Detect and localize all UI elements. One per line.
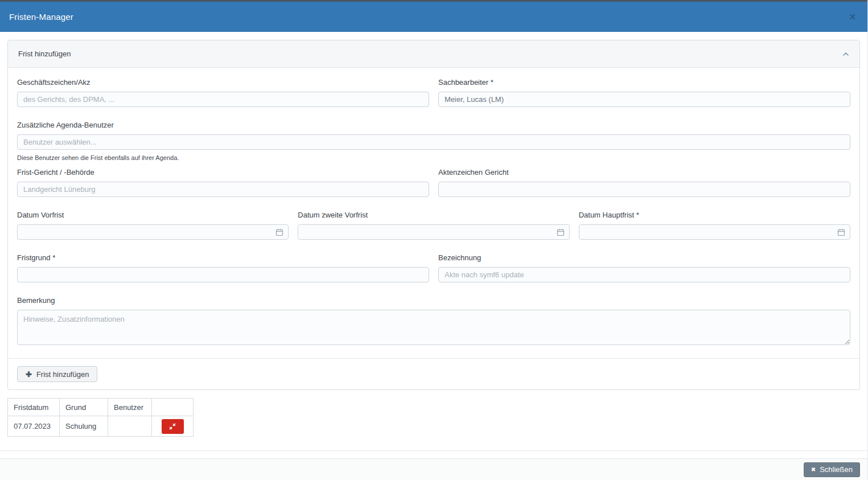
field-fristgrund: Fristgrund * bbox=[17, 253, 429, 282]
dialog-body: Frist hinzufügen Geschäftszeichen/Akz Sa… bbox=[0, 32, 867, 437]
form-row-2: Zusätzliche Agenda-Benutzer bbox=[17, 121, 850, 150]
close-dialog-button-label: Schließen bbox=[820, 465, 853, 474]
add-frist-button[interactable]: ✚ Frist hinzufügen bbox=[17, 366, 97, 382]
form-row-6: Bemerkung bbox=[17, 296, 850, 347]
form-row-dates: Datum Vorfrist Datum zweite Vorfrist bbox=[17, 211, 850, 240]
field-geschaeftszeichen: Geschäftszeichen/Akz bbox=[17, 78, 429, 107]
header-grund: Grund bbox=[60, 399, 108, 416]
field-datum-vorfrist: Datum Vorfrist bbox=[17, 211, 289, 240]
aktenzeichen-gericht-input[interactable] bbox=[438, 182, 850, 197]
close-icon[interactable]: ✕ bbox=[846, 10, 858, 23]
cell-fristdatum: 07.07.2023 bbox=[8, 416, 60, 437]
plus-icon: ✚ bbox=[26, 370, 32, 379]
fristen-table: Fristdatum Grund Benutzer 07.07.2023 Sch… bbox=[7, 398, 194, 437]
frist-panel-body: Geschäftszeichen/Akz Sachbearbeiter * Zu… bbox=[8, 68, 859, 358]
geschaeftszeichen-input[interactable] bbox=[17, 92, 429, 107]
frist-panel-title: Frist hinzufügen bbox=[18, 50, 71, 58]
footer-divider bbox=[0, 450, 867, 451]
fristgrund-label: Fristgrund * bbox=[17, 253, 429, 262]
datum-zweite-vorfrist-label: Datum zweite Vorfrist bbox=[298, 211, 569, 219]
form-row-5: Fristgrund * Bezeichnung bbox=[17, 253, 850, 282]
cell-grund: Schulung bbox=[60, 416, 108, 437]
datum-zweite-vorfrist-input[interactable] bbox=[298, 224, 569, 240]
table-header-row: Fristdatum Grund Benutzer bbox=[8, 399, 194, 416]
delete-frist-button[interactable] bbox=[162, 419, 184, 434]
bemerkung-textarea[interactable] bbox=[17, 310, 850, 345]
fristgrund-input[interactable] bbox=[17, 267, 429, 282]
dialog-header: Fristen-Manager ✕ bbox=[0, 0, 867, 32]
aktenzeichen-gericht-label: Aktenzeichen Gericht bbox=[438, 168, 850, 177]
frist-panel: Frist hinzufügen Geschäftszeichen/Akz Sa… bbox=[7, 40, 860, 390]
field-bemerkung: Bemerkung bbox=[17, 296, 850, 347]
frist-gericht-label: Frist-Gericht / -Behörde bbox=[17, 168, 429, 177]
field-datum-zweite-vorfrist: Datum zweite Vorfrist bbox=[298, 211, 569, 240]
field-sachbearbeiter: Sachbearbeiter * bbox=[438, 78, 850, 107]
frist-panel-footer: ✚ Frist hinzufügen bbox=[8, 358, 859, 389]
dialog-title: Fristen-Manager bbox=[9, 12, 73, 22]
datum-hauptfrist-label: Datum Hauptfrist * bbox=[579, 211, 850, 219]
field-frist-gericht: Frist-Gericht / -Behörde bbox=[17, 168, 429, 197]
unlink-icon bbox=[168, 422, 176, 430]
bezeichnung-label: Bezeichnung bbox=[438, 253, 850, 262]
agenda-benutzer-input[interactable] bbox=[17, 134, 850, 150]
geschaeftszeichen-label: Geschäftszeichen/Akz bbox=[17, 78, 429, 87]
bemerkung-label: Bemerkung bbox=[17, 296, 850, 305]
dialog-footer: ✖ Schließen bbox=[0, 458, 867, 480]
close-x-icon: ✖ bbox=[811, 466, 816, 473]
sachbearbeiter-label: Sachbearbeiter * bbox=[438, 78, 850, 87]
field-aktenzeichen-gericht: Aktenzeichen Gericht bbox=[438, 168, 850, 197]
bezeichnung-input[interactable] bbox=[438, 267, 850, 282]
cell-benutzer bbox=[108, 416, 152, 437]
form-row-3: Frist-Gericht / -Behörde Aktenzeichen Ge… bbox=[17, 168, 850, 197]
form-row-1: Geschäftszeichen/Akz Sachbearbeiter * bbox=[17, 78, 850, 107]
header-fristdatum: Fristdatum bbox=[8, 399, 60, 416]
header-action bbox=[152, 399, 194, 416]
cell-action bbox=[152, 416, 194, 437]
agenda-benutzer-label: Zusätzliche Agenda-Benutzer bbox=[17, 121, 850, 129]
agenda-benutzer-note: Diese Benutzer sehen die Frist ebenfalls… bbox=[17, 154, 850, 161]
close-dialog-button[interactable]: ✖ Schließen bbox=[804, 462, 860, 477]
chevron-up-icon[interactable] bbox=[842, 52, 849, 56]
datum-hauptfrist-input[interactable] bbox=[579, 224, 850, 240]
field-datum-hauptfrist: Datum Hauptfrist * bbox=[579, 211, 850, 240]
table-row: 07.07.2023 Schulung bbox=[8, 416, 194, 437]
frist-panel-header[interactable]: Frist hinzufügen bbox=[8, 40, 859, 68]
field-bezeichnung: Bezeichnung bbox=[438, 253, 850, 282]
datum-vorfrist-input[interactable] bbox=[17, 224, 289, 240]
sachbearbeiter-input[interactable] bbox=[438, 92, 850, 107]
add-frist-button-label: Frist hinzufügen bbox=[36, 370, 89, 379]
datum-vorfrist-label: Datum Vorfrist bbox=[17, 211, 289, 219]
header-benutzer: Benutzer bbox=[108, 399, 152, 416]
frist-gericht-input[interactable] bbox=[17, 182, 429, 197]
field-agenda-benutzer: Zusätzliche Agenda-Benutzer bbox=[17, 121, 850, 150]
